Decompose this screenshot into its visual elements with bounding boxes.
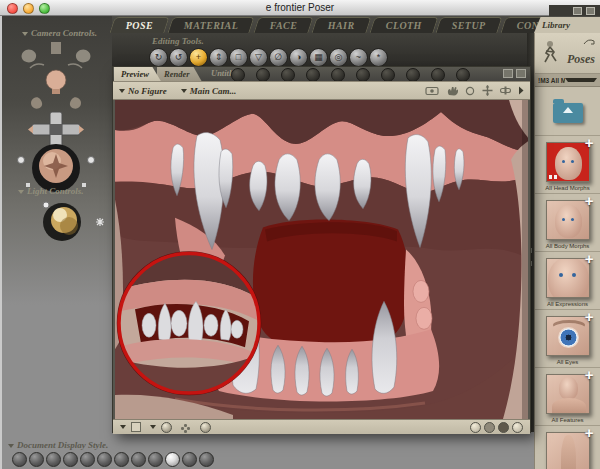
library-item[interactable]: + All Expressions (535, 252, 600, 310)
library-thumbnail[interactable]: + (546, 200, 590, 240)
cartoon-lined[interactable] (148, 452, 163, 467)
memory-dot[interactable] (406, 68, 420, 82)
tracking-ball-icon[interactable] (200, 422, 211, 433)
memory-dot[interactable] (431, 68, 445, 82)
library-thumbnail[interactable]: + (546, 432, 590, 469)
collapse-triangle-icon[interactable] (22, 32, 28, 36)
library-item[interactable]: + All Body Morphs (535, 194, 600, 252)
scale-slider-icon[interactable] (500, 86, 511, 95)
library-item[interactable] (535, 87, 600, 136)
camera-menu[interactable]: Main Cam... (181, 86, 237, 96)
camera-trackball[interactable] (18, 144, 95, 192)
light-controls[interactable] (34, 196, 108, 244)
light-dot[interactable] (43, 202, 49, 208)
room-tab[interactable]: CLOTH (369, 17, 438, 33)
texture-shaded[interactable] (199, 452, 214, 467)
tab-library[interactable]: Library (534, 17, 600, 33)
trackball-left-dot[interactable] (18, 157, 25, 164)
rotate-tool[interactable]: ↻ (149, 48, 168, 67)
move-icon[interactable] (482, 85, 493, 96)
twist-tool[interactable]: ↺ (169, 48, 188, 67)
arrow-right-icon[interactable] (518, 86, 524, 95)
tab-render[interactable]: Render (157, 67, 202, 81)
palette-close-icon[interactable] (586, 7, 595, 15)
palette-collapse-icon[interactable] (573, 7, 582, 15)
memory-dot[interactable] (231, 68, 245, 82)
library-thumbnail[interactable] (553, 103, 583, 123)
taper-tool[interactable]: ▽ (249, 48, 268, 67)
orbit-icon[interactable] (465, 86, 475, 96)
cartoon[interactable] (131, 452, 146, 467)
camera-hands-icons[interactable] (22, 42, 91, 62)
depth-cue-dropdown[interactable] (120, 422, 141, 432)
refresh-arrows-icon[interactable] (582, 37, 596, 47)
document-window: Preview Render Untitled No Figure Main C… (112, 66, 531, 433)
memory-dot[interactable] (381, 68, 395, 82)
chevron-down-icon (119, 89, 125, 93)
library-thumbnail[interactable]: + (546, 374, 590, 414)
translate-cross-control[interactable] (28, 112, 84, 147)
tab-preview[interactable]: Preview (114, 67, 161, 81)
doc-close-icon[interactable] (516, 69, 526, 78)
room-tab[interactable]: FACE (253, 17, 314, 33)
view-magnifier-tool[interactable]: ◎ (329, 48, 348, 67)
palette-window-buttons[interactable] (549, 5, 600, 16)
direct-manipulation-tool[interactable]: * (369, 48, 388, 67)
mouth-render (115, 100, 528, 419)
memory-dot[interactable] (281, 68, 295, 82)
library-item[interactable]: + All Head Morphs (535, 136, 600, 194)
room-tab[interactable]: MATERIAL (168, 17, 256, 33)
grouping-tool[interactable]: ▦ (309, 48, 328, 67)
lit-wireframe[interactable] (80, 452, 95, 467)
morphing-tool[interactable]: ~ (349, 48, 368, 67)
multi-dot-icon[interactable] (181, 422, 191, 432)
library-item-caption: All Features (551, 417, 583, 423)
hand-camera-icons[interactable] (31, 97, 81, 108)
sun-icon[interactable] (96, 218, 104, 226)
room-tab[interactable]: SETUP (436, 17, 503, 33)
memory-dot[interactable] (331, 68, 345, 82)
chain-break-tool[interactable]: ∅ (269, 48, 288, 67)
figure-menu[interactable]: No Figure (119, 86, 167, 96)
wireframe[interactable] (46, 452, 61, 467)
doc-minimize-icon[interactable] (503, 69, 513, 78)
pane-button[interactable] (484, 422, 495, 433)
translate-in-out-tool[interactable]: ⇕ (209, 48, 228, 67)
library-item[interactable]: + All Features (535, 368, 600, 426)
room-tab[interactable]: POSE (109, 17, 169, 33)
library-item[interactable]: + All Eyes (535, 310, 600, 368)
tracking-dropdown[interactable] (150, 422, 172, 433)
memory-dot[interactable] (456, 68, 470, 82)
pane-button[interactable] (498, 422, 509, 433)
trackball-right-dot[interactable] (88, 157, 95, 164)
camera-view-icon[interactable] (425, 86, 439, 96)
camera-controls[interactable] (8, 40, 104, 192)
translate-pull-tool[interactable]: + (189, 48, 208, 67)
library-thumbnail[interactable]: + (546, 316, 590, 356)
room-tab[interactable]: HAIR (311, 17, 371, 33)
rotate-arrows-icon[interactable] (30, 64, 82, 68)
smooth-lined[interactable] (182, 452, 197, 467)
memory-dot[interactable] (356, 68, 370, 82)
pan-hand-icon[interactable] (446, 86, 458, 96)
memory-dot[interactable] (256, 68, 270, 82)
library-thumbnail[interactable]: + (546, 258, 590, 298)
color-tool[interactable]: ◑ (289, 48, 308, 67)
render-viewport[interactable] (115, 100, 528, 419)
library-item[interactable]: + (535, 426, 600, 469)
titlebar[interactable]: e frontier Poser (0, 0, 600, 16)
pane-button[interactable] (470, 422, 481, 433)
collapse-triangle-icon[interactable] (8, 444, 14, 448)
silhouette[interactable] (12, 452, 27, 467)
flat-lined[interactable] (114, 452, 129, 467)
memory-dot[interactable] (306, 68, 320, 82)
outline[interactable] (29, 452, 44, 467)
flat-shaded[interactable] (97, 452, 112, 467)
smooth-shaded[interactable] (165, 452, 180, 467)
collapse-triangle-icon[interactable] (18, 190, 24, 194)
hidden-line[interactable] (63, 452, 78, 467)
scale-tool[interactable]: □ (229, 48, 248, 67)
library-folder-dropdown[interactable]: !M3 All Morphs INJ (535, 74, 600, 87)
library-thumbnail[interactable]: + (546, 142, 590, 182)
pane-button[interactable] (512, 422, 523, 433)
